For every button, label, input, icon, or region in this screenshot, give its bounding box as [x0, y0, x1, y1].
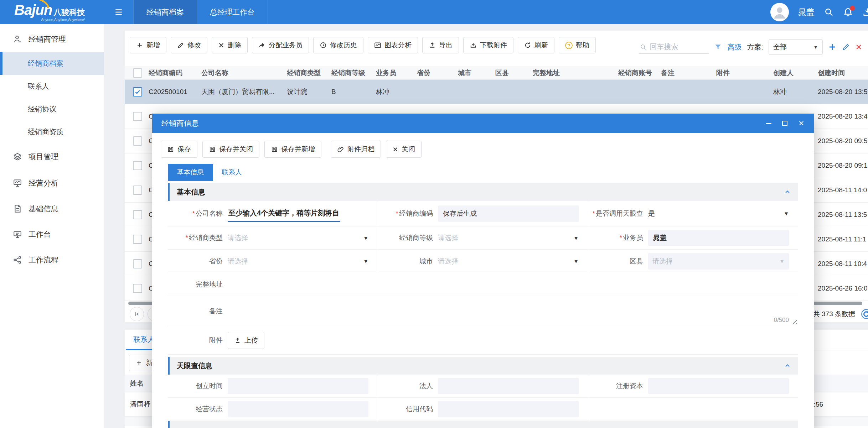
sidebar-item-workbench[interactable]: 工作台: [0, 221, 104, 247]
remark-counter: 0/500: [774, 317, 789, 324]
remark-textarea[interactable]: 0/500: [228, 297, 798, 326]
assign-salesman-button[interactable]: 分配业务员: [252, 37, 309, 53]
row-checkbox[interactable]: [133, 186, 142, 195]
row-checkbox[interactable]: [133, 235, 142, 244]
section-tyc-header: 天眼查信息: [168, 357, 798, 375]
export-button[interactable]: 导出: [422, 37, 459, 53]
edit-history-button[interactable]: 修改历史: [313, 37, 363, 53]
col-grade[interactable]: 经销商等级: [331, 68, 376, 78]
row-checkbox[interactable]: [133, 210, 142, 219]
cell-created: 2025-08-20 13:4: [818, 113, 868, 120]
sidebar-item-workflow[interactable]: 工作流程: [0, 247, 104, 273]
search-input[interactable]: 回车搜索: [639, 40, 709, 54]
nav-tab-dealer-archive[interactable]: 经销商档案: [133, 0, 197, 24]
col-code[interactable]: 经销商编码: [144, 68, 201, 78]
select-all-checkbox[interactable]: [133, 68, 142, 78]
maximize-icon[interactable]: [782, 121, 787, 126]
cell-company: 天困（厦门）贸易有限...: [201, 87, 287, 96]
hamburger-menu-icon[interactable]: [104, 0, 133, 24]
col-salesman[interactable]: 业务员: [376, 68, 417, 78]
delete-scheme-icon[interactable]: [855, 43, 862, 51]
modal-tab-basic[interactable]: 基本信息: [168, 164, 213, 181]
scheme-select[interactable]: 全部 ▼: [769, 39, 823, 55]
col-district[interactable]: 区县: [495, 68, 533, 78]
sidebar-item-dealer-archive[interactable]: 经销商档案: [0, 52, 104, 75]
resize-grip[interactable]: [790, 318, 797, 324]
chart-analysis-button[interactable]: 图表分析: [368, 37, 418, 53]
refresh-list-icon[interactable]: [860, 308, 868, 320]
help-button[interactable]: ? 帮助: [559, 37, 596, 53]
sidebar-item-label: 工作流程: [29, 255, 58, 265]
add-button[interactable]: 新增: [130, 37, 166, 53]
edit-scheme-icon[interactable]: [842, 43, 850, 51]
row-checkbox[interactable]: [133, 87, 142, 96]
province-select[interactable]: 请选择 ▼: [228, 257, 378, 266]
dealer-grade-select[interactable]: 请选择 ▼: [438, 233, 588, 242]
chart-button-label: 图表分析: [384, 41, 412, 50]
sidebar: 经销商管理 经销商档案 联系人 经销协议 经销商资质 项目管理 经营分析 基础信…: [0, 24, 104, 428]
save-close-label: 保存并关闭: [219, 145, 253, 154]
collapse-chevron-icon[interactable]: [784, 188, 791, 195]
col-account[interactable]: 经销商账号: [618, 68, 661, 78]
help-button-label: 帮助: [576, 41, 589, 50]
dealer-type-select[interactable]: 请选择 ▼: [228, 233, 378, 242]
sidebar-item-label: 工作台: [29, 229, 51, 239]
sidebar-group-dealer-management[interactable]: 经销商管理: [0, 26, 104, 52]
first-page-button[interactable]: [130, 307, 144, 321]
minimize-icon[interactable]: [766, 123, 771, 124]
col-created[interactable]: 创建时间: [818, 68, 868, 78]
search-icon[interactable]: [824, 7, 834, 17]
download-attachment-button[interactable]: 下载附件: [463, 37, 513, 53]
chevron-down-icon: ▼: [363, 258, 368, 264]
col-attachment[interactable]: 附件: [716, 68, 773, 78]
sidebar-item-dealer-agreement[interactable]: 经销协议: [0, 98, 104, 120]
tyc-check-select[interactable]: 是 ▼: [648, 209, 798, 218]
save-button[interactable]: 保存: [161, 141, 197, 158]
add-scheme-icon[interactable]: [828, 43, 837, 51]
city-select[interactable]: 请选择 ▼: [438, 257, 588, 266]
col-address[interactable]: 完整地址: [533, 68, 618, 78]
delete-button[interactable]: 删除: [212, 37, 248, 53]
row-checkbox[interactable]: [133, 112, 142, 121]
table-row[interactable]: C202500101 天困（厦门）贸易有限... 设计院 B 林冲 林冲 202…: [125, 80, 868, 104]
modal-titlebar[interactable]: 经销商信息: [152, 114, 814, 133]
username[interactable]: 晁盖: [798, 7, 815, 18]
modal-close-button[interactable]: 关闭: [386, 141, 422, 158]
sidebar-item-business-analysis[interactable]: 经营分析: [0, 170, 104, 196]
refresh-button[interactable]: 刷新: [518, 37, 554, 53]
save-close-button[interactable]: 保存并关闭: [202, 141, 259, 158]
help-icon: ?: [565, 42, 573, 49]
download-tray-icon[interactable]: [862, 7, 868, 17]
scheme-value: 全部: [773, 42, 787, 52]
col-company[interactable]: 公司名称: [201, 68, 287, 78]
save-new-button[interactable]: 保存并新增: [264, 141, 321, 158]
bell-icon[interactable]: [843, 7, 853, 17]
sidebar-item-project-management[interactable]: 项目管理: [0, 143, 104, 170]
tyc-check-value: 是: [648, 209, 655, 218]
col-creator[interactable]: 创建人: [773, 68, 818, 78]
sidebar-item-basic-info[interactable]: 基础信息: [0, 196, 104, 221]
sidebar-item-dealer-qualification[interactable]: 经销商资质: [0, 120, 104, 143]
edit-button[interactable]: 修改: [171, 37, 207, 53]
avatar[interactable]: [770, 3, 789, 21]
assign-button-label: 分配业务员: [269, 41, 303, 50]
row-checkbox[interactable]: [133, 259, 142, 268]
filter-funnel-icon[interactable]: [714, 43, 722, 51]
company-name-input[interactable]: 至少输入4个关键字，稍等片刻将自: [228, 205, 340, 222]
row-checkbox[interactable]: [133, 161, 142, 170]
col-type[interactable]: 经销商类型: [287, 68, 331, 78]
attachment-archive-button[interactable]: 附件归档: [331, 141, 381, 158]
col-province[interactable]: 省份: [417, 68, 458, 78]
nav-tab-gm-workbench[interactable]: 总经理工作台: [197, 0, 268, 24]
advanced-filter-link[interactable]: 高级: [727, 42, 742, 52]
col-remark[interactable]: 备注: [661, 68, 716, 78]
col-city[interactable]: 城市: [458, 68, 495, 78]
close-icon[interactable]: [798, 120, 805, 126]
upload-button[interactable]: 上传: [228, 332, 264, 349]
sidebar-item-contacts[interactable]: 联系人: [0, 75, 104, 98]
row-checkbox[interactable]: [133, 284, 142, 293]
collapse-chevron-icon[interactable]: [784, 362, 791, 369]
row-checkbox[interactable]: [133, 136, 142, 146]
grid-toolbar: 新增 修改 删除 分配业务员 修改历史 图表分析 导出 下载附件: [125, 31, 868, 66]
modal-tab-contacts[interactable]: 联系人: [213, 164, 251, 181]
